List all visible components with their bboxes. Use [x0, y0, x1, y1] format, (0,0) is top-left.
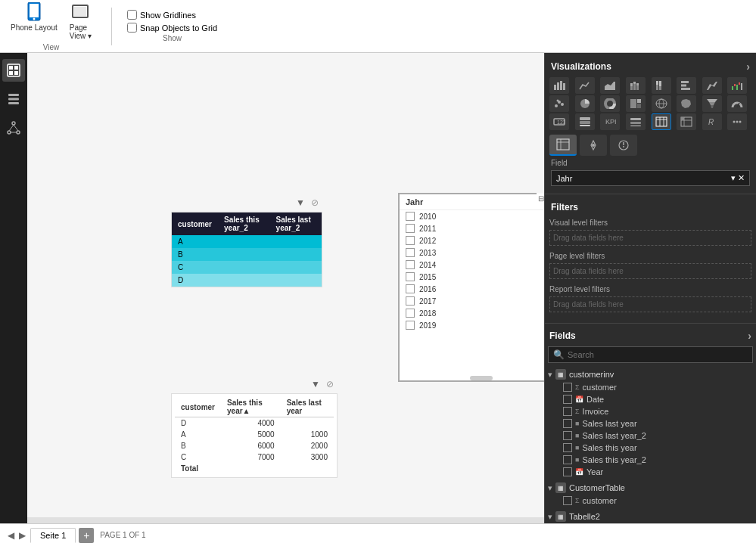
- viz-map[interactable]: [652, 95, 671, 112]
- viz-ribbon-chart[interactable]: [702, 77, 722, 94]
- viz-line-chart[interactable]: [575, 77, 595, 94]
- field-checkbox-ct-customer[interactable]: [563, 496, 572, 505]
- fields-search-input[interactable]: [568, 350, 748, 359]
- colored-table-visual[interactable]: ▼ ⊘ customer Sales this year_2 Sales las…: [171, 212, 322, 287]
- viz-filled-map[interactable]: [677, 95, 696, 112]
- svg-rect-61: [580, 117, 590, 120]
- slicer-item-2013[interactable]: 2013: [400, 247, 544, 259]
- slicer-checkbox-2010[interactable]: [406, 212, 415, 221]
- slicer-item-2011[interactable]: 2011: [400, 222, 544, 234]
- viz-stacked-bar[interactable]: [626, 77, 646, 94]
- viz-tab-fields[interactable]: [549, 135, 577, 156]
- page-tab-1[interactable]: Seite 1: [30, 528, 76, 543]
- viz-matrix[interactable]: [677, 113, 696, 130]
- page-level-dropzone[interactable]: Drag data fields here: [549, 263, 751, 279]
- slicer-visual[interactable]: ⊟ ⤢ ••• Jahr 2010 2011 2012 2013 2014 20…: [398, 193, 544, 382]
- field-checkbox-sales-last-year[interactable]: [563, 419, 572, 428]
- viz-kpi[interactable]: KPI: [600, 113, 620, 130]
- nav-data-icon[interactable]: [2, 88, 25, 110]
- fields-search-box[interactable]: 🔍: [548, 346, 753, 363]
- viz-tab-format[interactable]: [580, 135, 607, 156]
- slicer-checkbox-2012[interactable]: [406, 236, 415, 245]
- viz-more[interactable]: [727, 113, 747, 130]
- slicer-checkbox-2019[interactable]: [406, 321, 415, 330]
- slicer-item-2017[interactable]: 2017: [400, 295, 544, 307]
- field-dropdown[interactable]: Jahr ▾ ✕: [551, 170, 750, 186]
- field-checkbox-invoice[interactable]: [563, 407, 572, 416]
- slicer-checkbox-2014[interactable]: [406, 260, 415, 269]
- viz-funnel[interactable]: [702, 95, 722, 112]
- viz-card[interactable]: 123: [549, 113, 569, 130]
- viz-bar-chart[interactable]: [549, 77, 569, 94]
- slicer-item-2015[interactable]: 2015: [400, 271, 544, 283]
- slicer-resize-handle[interactable]: [470, 376, 493, 380]
- field-checkbox-customer[interactable]: [563, 383, 572, 392]
- viz-scatter[interactable]: [549, 95, 569, 112]
- phone-layout-button[interactable]: Phone Layout: [6, 1, 62, 42]
- field-item-sales-this-year[interactable]: ■Sales this year: [548, 442, 753, 454]
- field-group-customerinv-header[interactable]: ▾ ▦ customerinv: [548, 368, 753, 381]
- viz-gauge[interactable]: [727, 95, 747, 112]
- slicer-checkbox-2016[interactable]: [406, 284, 415, 293]
- snap-objects-checkbox[interactable]: [127, 23, 137, 33]
- viz-donut[interactable]: [600, 95, 620, 112]
- field-group-customertable-header[interactable]: ▾ ▦ CustomerTable: [548, 481, 753, 495]
- slicer-checkbox-2018[interactable]: [406, 309, 415, 318]
- field-item-sales-last-year[interactable]: ■Sales last year: [548, 417, 753, 430]
- viz-area-chart[interactable]: [600, 77, 620, 94]
- slicer-item-2010[interactable]: 2010: [400, 210, 544, 222]
- viz-slicer[interactable]: [626, 113, 646, 130]
- add-page-button[interactable]: +: [79, 528, 94, 543]
- fields-expand[interactable]: ›: [748, 330, 751, 342]
- plain-table-filter-icon[interactable]: ▼: [311, 379, 320, 389]
- canvas-scrollbar-h[interactable]: [27, 517, 544, 523]
- viz-treemap[interactable]: [626, 95, 646, 112]
- colored-table-filter-icon[interactable]: ▼: [296, 197, 305, 208]
- field-item-sales-last-year2[interactable]: ■Sales last year_2: [548, 430, 753, 442]
- page-view-button[interactable]: PageView ▾: [65, 1, 96, 42]
- show-gridlines-checkbox[interactable]: [127, 10, 137, 20]
- page-prev-arrow[interactable]: ◀: [6, 529, 16, 542]
- slicer-item-2014[interactable]: 2014: [400, 259, 544, 271]
- snap-objects-label[interactable]: Snap Objects to Grid: [127, 23, 217, 33]
- field-checkbox-date[interactable]: [563, 395, 572, 404]
- field-checkbox-sales-last-year2[interactable]: [563, 431, 572, 440]
- field-item-customer[interactable]: Σcustomer: [548, 381, 753, 393]
- viz-r-visual[interactable]: R: [702, 113, 722, 130]
- slicer-item-2019[interactable]: 2019: [400, 319, 544, 331]
- viz-horz-bar[interactable]: [677, 77, 696, 94]
- field-checkbox-sales-this-year2[interactable]: [563, 455, 572, 464]
- viz-table[interactable]: [652, 113, 671, 130]
- slicer-item-2012[interactable]: 2012: [400, 234, 544, 247]
- plain-table-clear-icon[interactable]: ⊘: [326, 379, 334, 389]
- field-item-year[interactable]: 📅Year: [548, 466, 753, 478]
- field-checkbox-sales-this-year[interactable]: [563, 443, 572, 452]
- field-checkbox-year[interactable]: [563, 467, 572, 476]
- slicer-checkbox-2017[interactable]: [406, 296, 415, 306]
- slicer-checkbox-2011[interactable]: [406, 224, 415, 233]
- viz-pie-chart[interactable]: [575, 95, 595, 112]
- plain-table-visual[interactable]: ▼ ⊘ customer Sales this year▲ Sales last…: [171, 393, 338, 478]
- viz-100-stacked[interactable]: [652, 77, 671, 94]
- viz-waterfall[interactable]: [727, 77, 747, 94]
- field-item-invoice[interactable]: ΣInvoice: [548, 405, 753, 417]
- visualizations-expand[interactable]: ›: [746, 60, 750, 73]
- field-group-tabelle2-header[interactable]: ▾ ▦ Tabelle2: [548, 510, 753, 523]
- slicer-checkbox-2013[interactable]: [406, 248, 415, 257]
- slicer-item-2018[interactable]: 2018: [400, 307, 544, 319]
- viz-tab-analytics[interactable]: [610, 135, 637, 156]
- show-gridlines-label[interactable]: Show Gridlines: [127, 10, 217, 20]
- visual-level-dropzone[interactable]: Drag data fields here: [549, 230, 751, 246]
- colored-table-clear-icon[interactable]: ⊘: [311, 197, 319, 208]
- nav-report-icon[interactable]: [2, 59, 25, 82]
- viz-tabs: [549, 135, 751, 156]
- page-next-arrow[interactable]: ▶: [17, 529, 27, 542]
- nav-model-icon[interactable]: [2, 116, 25, 139]
- slicer-checkbox-2015[interactable]: [406, 272, 415, 281]
- viz-multirow-card[interactable]: [575, 113, 595, 130]
- field-item-date[interactable]: 📅Date: [548, 393, 753, 405]
- field-item-customertable-customer[interactable]: Σcustomer: [548, 495, 753, 507]
- field-item-sales-this-year2[interactable]: ■Sales this year_2: [548, 454, 753, 466]
- report-level-dropzone[interactable]: Drag data fields here: [549, 296, 751, 312]
- slicer-item-2016[interactable]: 2016: [400, 283, 544, 295]
